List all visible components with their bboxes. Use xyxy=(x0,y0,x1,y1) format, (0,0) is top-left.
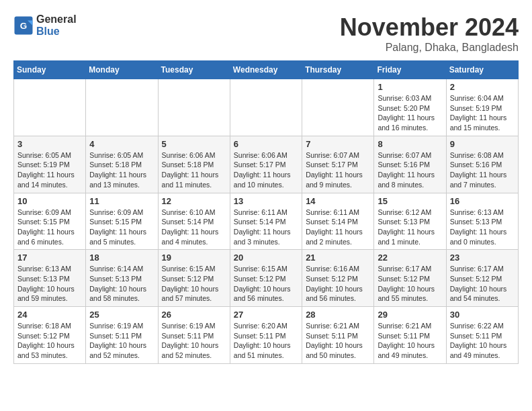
day-detail: Sunrise: 6:10 AM Sunset: 5:14 PM Dayligh… xyxy=(162,208,226,247)
calendar-header-sunday: Sunday xyxy=(14,61,86,79)
day-detail: Sunrise: 6:11 AM Sunset: 5:14 PM Dayligh… xyxy=(306,208,370,247)
day-number: 26 xyxy=(162,310,226,320)
calendar-week-3: 17Sunrise: 6:13 AM Sunset: 5:13 PM Dayli… xyxy=(14,250,519,307)
day-detail: Sunrise: 6:14 AM Sunset: 5:13 PM Dayligh… xyxy=(89,264,154,304)
calendar-header-friday: Friday xyxy=(374,61,446,79)
day-detail: Sunrise: 6:03 AM Sunset: 5:20 PM Dayligh… xyxy=(378,93,442,133)
day-detail: Sunrise: 6:08 AM Sunset: 5:16 PM Dayligh… xyxy=(450,150,515,190)
day-detail: Sunrise: 6:12 AM Sunset: 5:13 PM Dayligh… xyxy=(378,208,442,247)
day-number: 27 xyxy=(234,310,298,320)
page-header: G General Blue November 2024 Palang, Dha… xyxy=(13,13,519,54)
day-number: 2 xyxy=(450,82,515,92)
calendar-week-1: 3Sunrise: 6:05 AM Sunset: 5:19 PM Daylig… xyxy=(14,136,519,193)
day-number: 11 xyxy=(89,196,154,206)
day-detail: Sunrise: 6:13 AM Sunset: 5:13 PM Dayligh… xyxy=(17,264,82,304)
calendar-cell: 8Sunrise: 6:07 AM Sunset: 5:16 PM Daylig… xyxy=(374,136,446,193)
day-number: 4 xyxy=(89,139,154,149)
day-number: 6 xyxy=(234,139,298,149)
calendar-table: SundayMondayTuesdayWednesdayThursdayFrid… xyxy=(13,60,519,364)
calendar-header-thursday: Thursday xyxy=(302,61,374,79)
day-number: 30 xyxy=(450,310,515,320)
calendar-cell: 1Sunrise: 6:03 AM Sunset: 5:20 PM Daylig… xyxy=(374,79,446,136)
calendar-cell: 29Sunrise: 6:21 AM Sunset: 5:11 PM Dayli… xyxy=(374,307,446,364)
day-number: 20 xyxy=(234,253,298,263)
day-detail: Sunrise: 6:07 AM Sunset: 5:17 PM Dayligh… xyxy=(306,150,370,190)
day-detail: Sunrise: 6:22 AM Sunset: 5:11 PM Dayligh… xyxy=(450,321,515,361)
calendar-cell: 30Sunrise: 6:22 AM Sunset: 5:11 PM Dayli… xyxy=(446,307,518,364)
calendar-cell xyxy=(302,79,374,136)
day-detail: Sunrise: 6:20 AM Sunset: 5:11 PM Dayligh… xyxy=(234,321,298,361)
calendar-cell: 14Sunrise: 6:11 AM Sunset: 5:14 PM Dayli… xyxy=(302,193,374,250)
calendar-cell: 18Sunrise: 6:14 AM Sunset: 5:13 PM Dayli… xyxy=(86,250,158,307)
location: Palang, Dhaka, Bangladesh xyxy=(340,42,519,54)
day-number: 14 xyxy=(306,196,370,206)
calendar-header-wednesday: Wednesday xyxy=(230,61,302,79)
day-detail: Sunrise: 6:19 AM Sunset: 5:11 PM Dayligh… xyxy=(162,321,226,361)
calendar-cell: 25Sunrise: 6:19 AM Sunset: 5:11 PM Dayli… xyxy=(86,307,158,364)
logo-blue: Blue xyxy=(36,26,77,38)
day-number: 21 xyxy=(306,253,370,263)
month-title: November 2024 xyxy=(340,13,519,42)
day-number: 15 xyxy=(378,196,442,206)
calendar-header-saturday: Saturday xyxy=(446,61,518,79)
calendar-cell: 22Sunrise: 6:17 AM Sunset: 5:12 PM Dayli… xyxy=(374,250,446,307)
calendar-cell xyxy=(158,79,230,136)
calendar-cell: 4Sunrise: 6:05 AM Sunset: 5:18 PM Daylig… xyxy=(86,136,158,193)
calendar-cell: 19Sunrise: 6:15 AM Sunset: 5:12 PM Dayli… xyxy=(158,250,230,307)
logo: G General Blue xyxy=(13,13,77,37)
day-number: 9 xyxy=(450,139,515,149)
day-detail: Sunrise: 6:13 AM Sunset: 5:13 PM Dayligh… xyxy=(450,208,515,247)
day-number: 7 xyxy=(306,139,370,149)
calendar-header-monday: Monday xyxy=(86,61,158,79)
calendar-cell: 26Sunrise: 6:19 AM Sunset: 5:11 PM Dayli… xyxy=(158,307,230,364)
day-detail: Sunrise: 6:06 AM Sunset: 5:18 PM Dayligh… xyxy=(162,150,226,190)
day-number: 8 xyxy=(378,139,442,149)
calendar-cell: 3Sunrise: 6:05 AM Sunset: 5:19 PM Daylig… xyxy=(14,136,86,193)
calendar-cell: 23Sunrise: 6:17 AM Sunset: 5:12 PM Dayli… xyxy=(446,250,518,307)
day-number: 17 xyxy=(17,253,82,263)
day-number: 16 xyxy=(450,196,515,206)
calendar-cell: 21Sunrise: 6:16 AM Sunset: 5:12 PM Dayli… xyxy=(302,250,374,307)
calendar-cell: 16Sunrise: 6:13 AM Sunset: 5:13 PM Dayli… xyxy=(446,193,518,250)
calendar-cell: 27Sunrise: 6:20 AM Sunset: 5:11 PM Dayli… xyxy=(230,307,302,364)
logo-icon: G xyxy=(13,15,34,36)
day-number: 18 xyxy=(89,253,154,263)
day-detail: Sunrise: 6:17 AM Sunset: 5:12 PM Dayligh… xyxy=(378,264,442,304)
day-detail: Sunrise: 6:05 AM Sunset: 5:19 PM Dayligh… xyxy=(17,150,82,190)
calendar-cell: 17Sunrise: 6:13 AM Sunset: 5:13 PM Dayli… xyxy=(14,250,86,307)
day-detail: Sunrise: 6:15 AM Sunset: 5:12 PM Dayligh… xyxy=(234,264,298,304)
calendar-cell: 15Sunrise: 6:12 AM Sunset: 5:13 PM Dayli… xyxy=(374,193,446,250)
day-number: 12 xyxy=(162,196,226,206)
calendar-week-0: 1Sunrise: 6:03 AM Sunset: 5:20 PM Daylig… xyxy=(14,79,519,136)
day-detail: Sunrise: 6:21 AM Sunset: 5:11 PM Dayligh… xyxy=(306,321,370,361)
calendar-cell: 11Sunrise: 6:09 AM Sunset: 5:15 PM Dayli… xyxy=(86,193,158,250)
calendar-cell: 9Sunrise: 6:08 AM Sunset: 5:16 PM Daylig… xyxy=(446,136,518,193)
calendar-week-2: 10Sunrise: 6:09 AM Sunset: 5:15 PM Dayli… xyxy=(14,193,519,250)
calendar-cell: 28Sunrise: 6:21 AM Sunset: 5:11 PM Dayli… xyxy=(302,307,374,364)
day-number: 13 xyxy=(234,196,298,206)
day-number: 5 xyxy=(162,139,226,149)
day-detail: Sunrise: 6:07 AM Sunset: 5:16 PM Dayligh… xyxy=(378,150,442,190)
day-number: 1 xyxy=(378,82,442,92)
svg-text:G: G xyxy=(20,20,28,30)
calendar-cell xyxy=(14,79,86,136)
calendar-header-tuesday: Tuesday xyxy=(158,61,230,79)
day-detail: Sunrise: 6:05 AM Sunset: 5:18 PM Dayligh… xyxy=(89,150,154,190)
day-number: 3 xyxy=(17,139,82,149)
calendar-cell: 13Sunrise: 6:11 AM Sunset: 5:14 PM Dayli… xyxy=(230,193,302,250)
calendar-cell xyxy=(230,79,302,136)
calendar-cell: 7Sunrise: 6:07 AM Sunset: 5:17 PM Daylig… xyxy=(302,136,374,193)
day-detail: Sunrise: 6:21 AM Sunset: 5:11 PM Dayligh… xyxy=(378,321,442,361)
day-number: 23 xyxy=(450,253,515,263)
logo-general: General xyxy=(36,13,77,26)
day-detail: Sunrise: 6:15 AM Sunset: 5:12 PM Dayligh… xyxy=(162,264,226,304)
day-detail: Sunrise: 6:09 AM Sunset: 5:15 PM Dayligh… xyxy=(89,208,154,247)
calendar-cell: 20Sunrise: 6:15 AM Sunset: 5:12 PM Dayli… xyxy=(230,250,302,307)
calendar-cell: 10Sunrise: 6:09 AM Sunset: 5:15 PM Dayli… xyxy=(14,193,86,250)
day-number: 29 xyxy=(378,310,442,320)
day-number: 19 xyxy=(162,253,226,263)
logo-text: General Blue xyxy=(36,13,77,37)
day-number: 10 xyxy=(17,196,82,206)
day-detail: Sunrise: 6:19 AM Sunset: 5:11 PM Dayligh… xyxy=(89,321,154,361)
day-detail: Sunrise: 6:04 AM Sunset: 5:19 PM Dayligh… xyxy=(450,93,515,133)
